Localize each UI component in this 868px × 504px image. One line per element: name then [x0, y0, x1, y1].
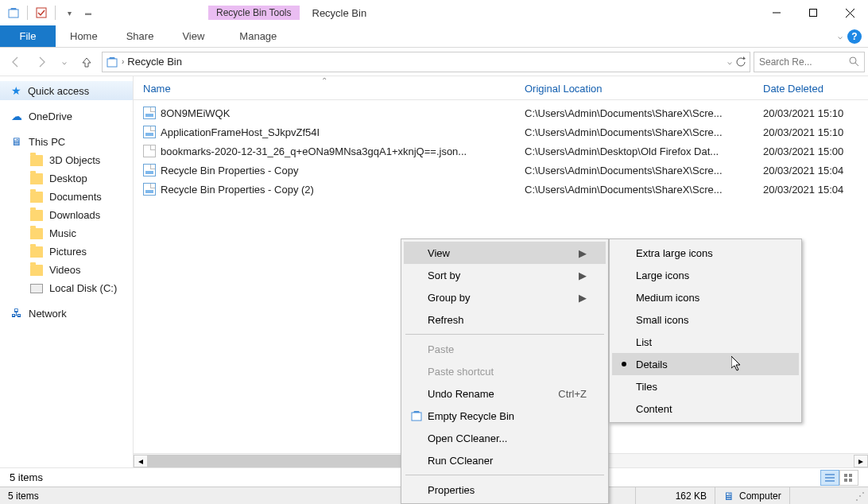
- folder-icon: [30, 246, 43, 258]
- file-row[interactable]: Recycle Bin Properties - Copy (2) C:\Use…: [134, 180, 868, 199]
- file-rows: 8ON9MEiWQK C:\Users\Admin\Documents\Shar…: [134, 100, 868, 202]
- submenu-details[interactable]: Details: [612, 353, 799, 375]
- forward-button[interactable]: [30, 51, 54, 73]
- breadcrumb-current[interactable]: Recycle Bin: [127, 56, 182, 68]
- sidebar-label: Documents: [49, 191, 102, 203]
- file-row[interactable]: bookmarks-2020-12-31_26_q+eONa9MNsa3gqA1…: [134, 142, 868, 161]
- menu-open-ccleaner[interactable]: Open CCleaner...: [404, 427, 606, 449]
- sidebar-quick-access[interactable]: ★ Quick access: [0, 81, 133, 100]
- sidebar-label: OneDrive: [29, 110, 72, 122]
- menu-group-by[interactable]: Group by▶: [404, 286, 606, 308]
- svg-rect-12: [844, 474, 847, 477]
- navigation-bar: ⌵ › Recycle Bin ⌵ Search Re...: [0, 48, 868, 76]
- sidebar-this-pc[interactable]: 🖥 This PC: [0, 132, 133, 151]
- scroll-left-icon[interactable]: ◂: [134, 455, 148, 467]
- file-location: C:\Users\Admin\Documents\ShareX\Scre...: [515, 184, 754, 196]
- image-file-icon: [143, 183, 156, 196]
- submenu-medium-icons[interactable]: Medium icons: [612, 286, 799, 308]
- document-file-icon: [143, 145, 156, 157]
- thumbnails-view-button[interactable]: [839, 470, 858, 486]
- svg-point-7: [850, 57, 856, 64]
- sidebar-label: Local Disk (C:): [49, 282, 117, 294]
- column-header-date[interactable]: Date Deleted: [754, 83, 868, 95]
- submenu-arrow-icon: ▶: [579, 292, 587, 304]
- sidebar-item-downloads[interactable]: Downloads: [0, 206, 133, 224]
- minimize-button[interactable]: [758, 1, 795, 25]
- status-size: 162 KB: [636, 487, 715, 504]
- file-tab[interactable]: File: [0, 25, 56, 47]
- sidebar-label: Desktop: [49, 173, 87, 184]
- menu-undo-rename[interactable]: Undo RenameCtrl+Z: [404, 382, 606, 405]
- file-name: Recycle Bin Properties - Copy (2): [161, 184, 314, 196]
- address-bar[interactable]: › Recycle Bin ⌵: [102, 52, 750, 72]
- window-title: Recycle Bin: [312, 7, 367, 19]
- column-header-location[interactable]: Original Location: [515, 83, 754, 95]
- tab-home[interactable]: Home: [56, 25, 112, 47]
- submenu-large-icons[interactable]: Large icons: [612, 264, 799, 286]
- tab-share[interactable]: Share: [112, 25, 169, 47]
- sidebar-label: Quick access: [28, 85, 89, 97]
- submenu-list[interactable]: List: [612, 331, 799, 353]
- up-button[interactable]: [75, 51, 99, 73]
- recycle-bin-icon[interactable]: [5, 4, 22, 21]
- details-view-button[interactable]: [820, 470, 839, 486]
- view-submenu: Extra large icons Large icons Medium ico…: [609, 238, 802, 423]
- svg-rect-3: [810, 10, 817, 17]
- address-dropdown-icon[interactable]: ⌵: [727, 57, 732, 66]
- file-row[interactable]: ApplicationFrameHost_SJkpvZf54I C:\Users…: [134, 122, 868, 142]
- file-name: ApplicationFrameHost_SJkpvZf54I: [161, 126, 320, 138]
- file-location: C:\Users\Admin\Documents\ShareX\Scre...: [515, 126, 754, 138]
- status-computer: 🖥 Computer: [715, 487, 790, 504]
- menu-sort-by[interactable]: Sort by▶: [404, 264, 606, 286]
- qat-dropdown-icon[interactable]: ▾: [60, 4, 78, 21]
- submenu-content[interactable]: Content: [612, 397, 799, 420]
- sidebar-item-videos[interactable]: Videos: [0, 261, 133, 279]
- submenu-extra-large-icons[interactable]: Extra large icons: [612, 242, 799, 264]
- menu-properties[interactable]: Properties: [404, 479, 606, 501]
- close-button[interactable]: [831, 1, 868, 25]
- search-input[interactable]: Search Re...: [754, 52, 865, 72]
- submenu-small-icons[interactable]: Small icons: [612, 308, 799, 331]
- submenu-tiles[interactable]: Tiles: [612, 375, 799, 397]
- file-row[interactable]: 8ON9MEiWQK C:\Users\Admin\Documents\Shar…: [134, 103, 868, 122]
- sidebar-onedrive[interactable]: ☁ OneDrive: [0, 107, 133, 126]
- maximize-button[interactable]: [795, 1, 831, 25]
- sidebar-label: 3D Objects: [49, 154, 100, 166]
- menu-view[interactable]: View▶: [404, 242, 606, 264]
- cloud-icon: ☁: [11, 110, 22, 122]
- refresh-icon[interactable]: [735, 56, 746, 68]
- recent-locations-icon[interactable]: ⌵: [57, 51, 72, 73]
- help-icon[interactable]: ?: [847, 29, 862, 44]
- resize-grip-icon[interactable]: ⋰: [854, 490, 866, 502]
- sidebar-label: Music: [49, 227, 76, 239]
- menu-refresh[interactable]: Refresh: [404, 308, 606, 331]
- column-headers: ⌃ Name Original Location Date Deleted: [134, 76, 868, 100]
- chevron-right-icon[interactable]: ›: [122, 57, 124, 66]
- sidebar-item-3d-objects[interactable]: 3D Objects: [0, 151, 133, 169]
- sidebar-item-local-disk[interactable]: Local Disk (C:): [0, 279, 133, 297]
- qat-overflow-icon[interactable]: ▬: [79, 4, 97, 21]
- file-row[interactable]: Recycle Bin Properties - Copy C:\Users\A…: [134, 161, 868, 180]
- column-header-name[interactable]: ⌃ Name: [134, 83, 515, 95]
- file-date: 20/03/2021 15:00: [754, 145, 868, 157]
- contextual-tab-label: Recycle Bin Tools: [208, 6, 300, 20]
- qat-properties-icon[interactable]: [33, 4, 50, 21]
- folder-icon: [30, 210, 43, 221]
- sidebar-item-desktop[interactable]: Desktop: [0, 169, 133, 188]
- view-toggle: [820, 470, 858, 486]
- tab-manage[interactable]: Manage: [219, 25, 297, 47]
- tab-view[interactable]: View: [168, 25, 219, 47]
- back-button[interactable]: [3, 51, 27, 73]
- sidebar-item-pictures[interactable]: Pictures: [0, 242, 133, 261]
- sidebar-item-music[interactable]: Music: [0, 224, 133, 242]
- svg-rect-16: [412, 413, 421, 421]
- menu-empty-recycle-bin[interactable]: Empty Recycle Bin: [404, 405, 606, 427]
- sidebar-network[interactable]: 🖧 Network: [0, 304, 133, 323]
- sidebar-item-documents[interactable]: Documents: [0, 188, 133, 206]
- menu-run-ccleaner[interactable]: Run CCleaner: [404, 449, 606, 471]
- sidebar-label: Pictures: [49, 246, 87, 258]
- ribbon-collapse-icon[interactable]: ⌵: [838, 32, 843, 41]
- sidebar-label: Videos: [49, 264, 81, 276]
- scroll-right-icon[interactable]: ▸: [854, 455, 868, 467]
- svg-rect-6: [107, 59, 117, 67]
